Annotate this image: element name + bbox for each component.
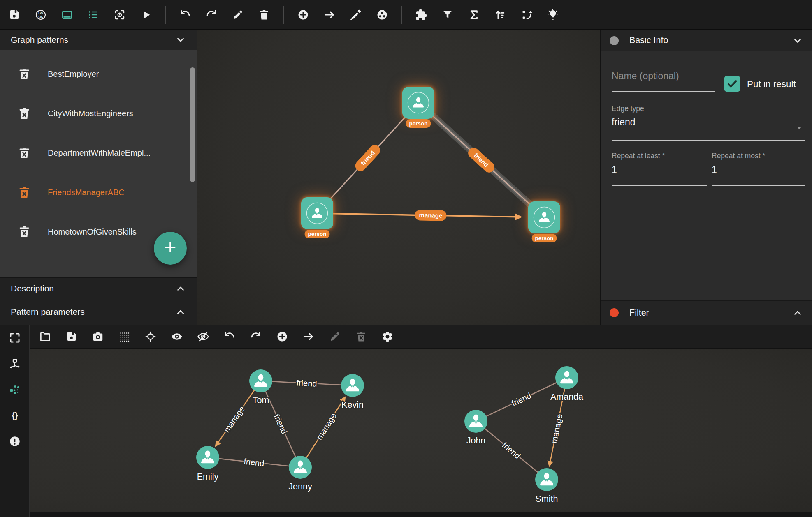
name-underline [612, 91, 715, 92]
delete-pattern-icon[interactable] [17, 185, 31, 199]
scatter-icon[interactable] [0, 376, 29, 402]
arrow-right-icon[interactable] [316, 5, 343, 25]
filter-icon[interactable] [434, 5, 461, 25]
trash-icon[interactable] [251, 5, 277, 25]
graph-patterns-panel: Graph patterns BestEmployerCityWithMostE… [0, 30, 197, 325]
data-node[interactable] [464, 410, 487, 433]
pattern-name-label: BestEmployer [48, 69, 99, 79]
pattern-node[interactable] [402, 87, 434, 119]
filter-header[interactable]: Filter [601, 300, 812, 325]
svg-text:manage: manage [315, 411, 338, 441]
pattern-edge-label[interactable]: manage [415, 210, 446, 221]
repeat-at-most-input[interactable] [712, 164, 802, 175]
svg-text:friend: friend [243, 457, 264, 468]
pattern-name-label: FriendsManagerABC [48, 188, 125, 197]
filter-bullet-icon [610, 308, 619, 317]
pattern-parameters-section-header[interactable]: Pattern parameters [0, 299, 197, 325]
data-node-name: Kevin [341, 400, 364, 410]
pattern-parameters-label: Pattern parameters [11, 307, 85, 317]
puzzle-icon[interactable] [408, 5, 434, 25]
alert-icon[interactable] [0, 428, 29, 454]
data-node-name: Smith [536, 494, 558, 504]
data-node[interactable] [196, 446, 219, 469]
pattern-list-item[interactable]: DepartmentWithMaleEmpl... [0, 133, 197, 173]
data-edge-label: friend [272, 413, 289, 436]
edge-type-select[interactable] [612, 116, 805, 141]
graph-patterns-header[interactable]: Graph patterns [0, 30, 197, 50]
pattern-list-item[interactable]: BestEmployer [0, 54, 197, 94]
toolbar-divider [401, 6, 402, 24]
bulb-icon[interactable] [540, 5, 566, 25]
reorder-icon[interactable] [513, 5, 540, 25]
fullscreen-icon[interactable] [0, 325, 29, 351]
put-in-result-checkbox[interactable] [724, 76, 740, 92]
data-edge-label: friend [243, 457, 264, 468]
repeat-at-least-label: Repeat at least * [612, 152, 665, 160]
list-icon[interactable] [80, 5, 107, 25]
data-canvas[interactable]: friendmanagefriendfriendmanagefriendfrie… [30, 349, 812, 517]
repeat-at-least-input[interactable] [612, 164, 702, 175]
pattern-canvas[interactable]: personpersonpersonfriendfriendmanage [197, 30, 601, 325]
pattern-node[interactable] [528, 201, 560, 233]
chevron-down-icon [792, 35, 803, 46]
delete-pattern-icon[interactable] [17, 146, 31, 160]
plus-circle-icon[interactable] [290, 5, 316, 25]
ngql-logo-icon[interactable]: GSQL [28, 5, 54, 25]
pencil-icon[interactable] [322, 326, 348, 347]
camera-icon[interactable] [85, 326, 111, 347]
braces-icon[interactable]: {} [0, 402, 29, 428]
undo-icon[interactable] [216, 326, 243, 347]
sigma-icon[interactable] [461, 5, 487, 25]
grid-icon[interactable] [111, 326, 137, 347]
pattern-node[interactable] [301, 197, 333, 229]
list-scrollbar[interactable] [190, 67, 195, 182]
plus-circle-icon[interactable] [269, 326, 295, 347]
gear-icon[interactable] [374, 326, 401, 347]
hierarchy-icon[interactable] [0, 351, 29, 376]
data-node[interactable] [555, 366, 578, 389]
palette-icon[interactable] [369, 5, 395, 25]
save-icon[interactable] [58, 326, 85, 347]
window-icon[interactable] [54, 5, 80, 25]
folder-icon[interactable] [32, 326, 58, 347]
redo-icon[interactable] [198, 5, 225, 25]
data-node[interactable] [249, 369, 272, 392]
name-input[interactable] [612, 71, 715, 82]
crosshair-icon[interactable] [137, 326, 164, 347]
pattern-name-label: HometownOfGivenSkills [48, 227, 137, 237]
arrow-right-icon[interactable] [295, 326, 322, 347]
eye-icon[interactable] [164, 326, 190, 347]
add-pattern-button[interactable]: + [154, 232, 187, 265]
undo-icon[interactable] [172, 5, 198, 25]
data-node[interactable] [289, 456, 312, 479]
data-node[interactable] [535, 468, 558, 491]
basic-info-header[interactable]: Basic Info [601, 30, 812, 51]
node-tag-label: person [406, 119, 431, 128]
description-section-header[interactable]: Description [0, 277, 197, 299]
chevron-up-icon [792, 307, 803, 318]
trash-x-icon[interactable] [348, 326, 374, 347]
eyedropper-icon[interactable] [343, 5, 369, 25]
redo-icon[interactable] [243, 326, 269, 347]
sort-asc-icon[interactable] [487, 5, 513, 25]
pencil-icon[interactable] [225, 5, 251, 25]
data-node[interactable] [341, 374, 364, 397]
svg-text:{}: {} [12, 411, 18, 420]
eye-off-icon[interactable] [190, 326, 216, 347]
data-edge-label: manage [222, 404, 246, 434]
chevron-down-icon [175, 35, 186, 45]
scan-eye-icon[interactable] [107, 5, 133, 25]
delete-pattern-icon[interactable] [17, 67, 31, 81]
play-icon[interactable] [133, 5, 159, 25]
properties-panel: Basic Info Put in result Edge type frien… [601, 30, 812, 325]
pattern-list-item[interactable]: FriendsManagerABC [0, 173, 197, 212]
pattern-list-item[interactable]: CityWithMostEngineers [0, 94, 197, 133]
svg-text:person: person [308, 231, 326, 237]
save-icon[interactable] [1, 5, 28, 25]
pattern-edge-label[interactable]: friend [353, 143, 382, 173]
delete-pattern-icon[interactable] [17, 225, 31, 239]
chevron-up-icon [175, 283, 186, 294]
basic-info-bullet-icon [610, 36, 619, 45]
pattern-edge-label[interactable]: friend [466, 145, 496, 175]
delete-pattern-icon[interactable] [17, 106, 31, 120]
